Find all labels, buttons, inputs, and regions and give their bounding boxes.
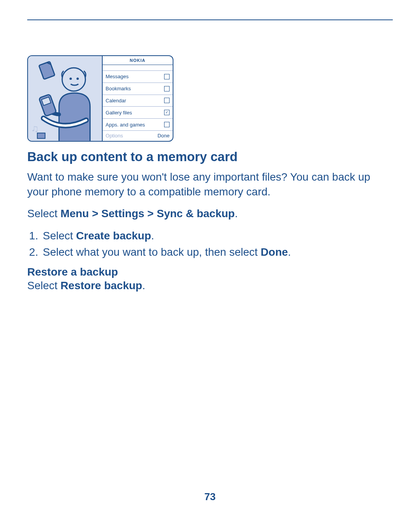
step-bold: Create backup <box>76 230 151 242</box>
list-item: Bookmarks <box>103 83 173 95</box>
list-item-label: Gallery files <box>106 110 132 116</box>
softkey-left: Options <box>106 133 123 139</box>
nav-path-text: Select Menu > Settings > Sync & backup. <box>27 206 393 221</box>
page-number: 73 <box>0 491 420 503</box>
softkey-right: Done <box>158 133 170 139</box>
nav-path-bold: Menu > Settings > Sync & backup <box>61 207 235 220</box>
illustration-person: ♫ <box>28 56 103 141</box>
step-text: Select what you want to back up, then se… <box>43 246 261 258</box>
list-item: Gallery files ✓ <box>103 107 173 119</box>
step-text: Select <box>43 230 76 242</box>
step-item: Select Create backup. <box>41 228 393 244</box>
svg-point-3 <box>77 77 79 80</box>
intro-text: Want to make sure you won't lose any imp… <box>27 170 393 199</box>
softkey-bar: Options Done <box>103 131 173 141</box>
list-item-label: Calendar <box>106 98 126 104</box>
nav-suffix: . <box>235 207 238 220</box>
list-item-label: Bookmarks <box>106 86 131 91</box>
step-suffix: . <box>288 246 291 258</box>
step-item: Select what you want to back up, then se… <box>41 244 393 260</box>
step-bold: Done <box>261 246 288 258</box>
checkbox-icon <box>164 74 170 79</box>
restore-bold: Restore backup <box>61 279 142 292</box>
list-item-label: Messages <box>106 74 129 79</box>
svg-text:♫: ♫ <box>31 123 38 134</box>
restore-suffix: . <box>142 279 145 292</box>
list-item: Apps. and games <box>103 119 173 131</box>
restore-text: Select Restore backup. <box>27 278 393 293</box>
top-rule <box>27 19 393 20</box>
illustration: ♫ NOKIA Messages Bookmarks Calendar Gall… <box>27 55 173 142</box>
svg-rect-0 <box>39 61 55 79</box>
svg-point-2 <box>70 77 72 80</box>
person-with-phone-icon: ♫ <box>28 56 102 141</box>
list-item: Calendar <box>103 95 173 107</box>
brand-label: NOKIA <box>103 56 173 65</box>
blank-strip <box>103 65 173 71</box>
restore-prefix: Select <box>27 279 61 292</box>
list-item-label: Apps. and games <box>106 122 145 128</box>
nav-prefix: Select <box>27 207 61 220</box>
list-item: Messages <box>103 71 173 83</box>
illustration-phone-screen: NOKIA Messages Bookmarks Calendar Galler… <box>103 56 173 141</box>
checkbox-icon <box>164 122 170 127</box>
section-heading: Back up content to a memory card <box>27 149 393 164</box>
svg-point-1 <box>62 68 86 91</box>
checkbox-icon <box>164 86 170 91</box>
checkbox-checked-icon: ✓ <box>164 110 170 115</box>
checkbox-icon <box>164 98 170 103</box>
steps-list: Select Create backup. Select what you wa… <box>27 228 393 260</box>
step-suffix: . <box>151 230 154 242</box>
svg-rect-7 <box>37 133 45 139</box>
restore-subheading: Restore a backup <box>27 266 393 278</box>
